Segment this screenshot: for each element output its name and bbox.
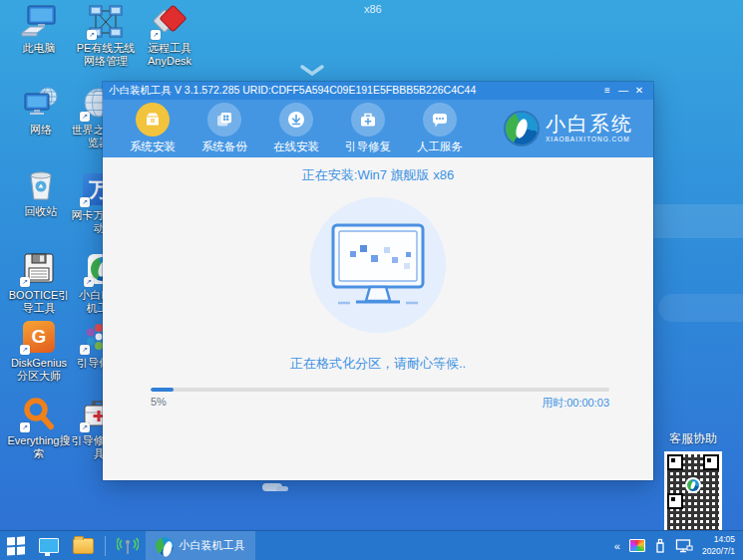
nav-item-system-install[interactable]: 系统安装 [117,103,188,154]
network-icon [22,86,60,122]
desktop-icon-label: DiskGenius分区大师 [6,357,72,383]
desktop-icon-this-pc[interactable]: 此电脑 [10,4,68,55]
window-titlebar[interactable]: 小白装机工具 V 3.1.572.285 URID:CDFF5A594C09E1… [103,82,653,100]
desktop-icon-label: 回收站 [25,205,58,218]
shortcut-arrow-icon: ↗ [151,30,161,40]
taskbar-app-xiaobai[interactable]: 小白装机工具 [146,531,255,560]
elapsed-time: 用时:00:00:03 [542,396,609,411]
tray-usb-icon[interactable] [654,538,666,554]
nav-item-boot-repair[interactable]: 引导修复 [332,103,404,154]
cloud [638,204,743,238]
progress-fill [151,388,174,392]
support-panel: 客服协助 [658,430,728,533]
minimize-icon[interactable]: — [615,82,631,100]
download-icon [279,103,313,137]
desktop-icon-label: PE有线无线网络管理 [74,42,138,68]
clock-date: 2020/7/1 [702,546,735,557]
file-explorer-button[interactable] [66,531,101,560]
diskgenius-icon: G ↗ [20,319,58,355]
status-text: 正在格式化分区，请耐心等候.. [103,355,653,373]
install-box-icon [136,103,170,137]
tray-network-icon[interactable] [675,538,693,553]
windows-logo-icon [7,536,25,555]
desktop-icon-recycle-bin[interactable]: 回收站 [12,167,70,218]
desktop-icon-diskgenius[interactable]: G ↗ DiskGenius分区大师 [6,319,72,383]
nav-item-system-backup[interactable]: 系统备份 [188,103,260,154]
everything-search-icon: ↗ [20,397,58,432]
tray-expand-icon[interactable]: « [614,540,620,552]
cloud [658,294,743,322]
shortcut-arrow-icon: ↗ [80,422,90,432]
nav-label: 系统安装 [130,140,176,154]
progress-bar [151,388,609,392]
taskbar-separator [105,536,106,556]
wallpaper-text: x86 [364,3,382,15]
taskbar-clock[interactable]: 14:05 2020/7/1 [702,534,735,557]
shortcut-arrow-icon: ↗ [84,277,94,287]
nav-label: 引导修复 [345,140,391,154]
desktop-icon-bootice[interactable]: ↗ BOOTICE引导工具 [6,251,72,315]
desktop-icon-label: 远程工具AnyDesk [140,42,199,68]
desktop-icon-everything-search[interactable]: ↗ Everything搜索 [4,397,74,460]
desktop-monitor-icon [39,538,59,553]
window-content: 正在安装:Win7 旗舰版 x86 [103,157,653,480]
shortcut-arrow-icon: ↗ [80,112,90,122]
shortcut-arrow-icon: ↗ [20,277,30,287]
chevron-down-icon [299,63,325,79]
desktop-icon-label: BOOTICE引导工具 [6,289,72,315]
shortcut-arrow-icon: ↗ [20,345,30,355]
progress-percent: 5% [151,396,167,408]
shortcut-arrow-icon: ↗ [87,30,97,40]
brand-subtitle: XIAOBAIXITONG.COM [546,137,633,143]
support-label: 客服协助 [658,430,728,447]
desktop-icon-network[interactable]: 网络 [12,86,70,137]
start-button[interactable] [0,531,32,560]
anydesk-icon: ↗ [151,4,188,40]
brand-area: 小白系统 XIAOBAIXITONG.COM [506,113,639,144]
recycle-bin-icon [22,167,60,203]
backup-copies-icon [207,103,241,137]
system-tray: « 14:05 2020/7/1 [614,534,743,557]
taskbar-app-label: 小白装机工具 [180,538,245,553]
menu-icon[interactable]: ≡ [599,82,615,100]
desktop-icon-label: 网络 [30,124,52,137]
toolbox-icon [351,103,385,137]
desktop-icon-label: Everything搜索 [4,434,74,460]
pe-network-manager-icon: ↗ [87,4,125,40]
qr-center-logo [685,477,701,493]
nav-label: 在线安装 [273,140,319,154]
desktop-icon-label: 此电脑 [23,42,56,55]
folder-icon [73,538,94,554]
window-title: 小白装机工具 V 3.1.572.285 URID:CDFF5A594C09E1… [109,84,599,98]
desktop-icon-anydesk[interactable]: ↗ 远程工具AnyDesk [140,4,199,68]
xiaobai-app-icon [156,537,174,555]
desktop-icon-pe-network-manager[interactable]: ↗ PE有线无线网络管理 [74,4,138,68]
shortcut-arrow-icon: ↗ [80,345,90,355]
brand-title: 小白系统 [546,114,633,134]
network-signal-button[interactable] [110,531,146,560]
nav-label: 人工服务 [417,140,463,154]
nav-item-human-service[interactable]: 人工服务 [404,103,476,154]
tray-display-icon[interactable] [629,539,645,552]
xiaobai-installer-window: 小白装机工具 V 3.1.572.285 URID:CDFF5A594C09E1… [103,82,653,480]
support-qr-code [664,451,722,533]
chat-bubble-icon [423,103,457,137]
taskbar: 小白装机工具 « 14:05 2020/7/1 [0,530,743,560]
this-pc-icon [20,4,58,40]
shortcut-arrow-icon: ↗ [80,197,90,207]
antenna-icon [117,537,139,555]
cloud [262,483,282,491]
shortcut-arrow-icon: ↗ [20,422,30,432]
install-heading: 正在安装:Win7 旗舰版 x86 [103,166,653,184]
nav-label: 系统备份 [201,140,247,154]
window-navbar: 系统安装 系统备份 [103,100,653,157]
bootice-icon: ↗ [20,251,58,287]
monitor-illustration [310,197,446,333]
close-icon[interactable]: ✕ [631,82,647,100]
show-desktop-button[interactable] [32,531,66,560]
nav-item-online-install[interactable]: 在线安装 [260,103,332,154]
xiaobai-logo-icon [506,113,538,144]
desktop: x86 此电脑 [0,0,743,560]
clock-time: 14:05 [702,534,735,545]
